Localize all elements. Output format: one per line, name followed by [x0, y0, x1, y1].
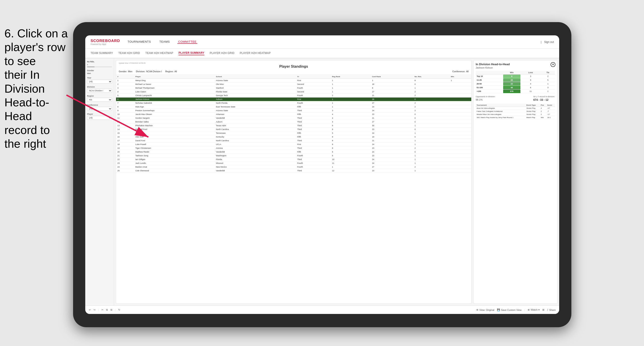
table-row[interactable]: 24 Bastien Amat New Mexico Fourth 1 27 2	[116, 165, 471, 169]
cell-player: Jackson Koivun	[134, 98, 214, 101]
tour-cell-type: Stroke Play	[526, 110, 540, 113]
table-row[interactable]: 23 Jack Lundin Missouri Fourth 11 24 1	[116, 162, 471, 165]
year-select[interactable]: (All)	[87, 80, 112, 84]
layout-button[interactable]: ⊞	[542, 308, 544, 311]
table-row[interactable]: 5 Christo Lamprecht Georgia Tech Fourth …	[116, 94, 471, 98]
h2h-close-button[interactable]: ✕	[550, 62, 556, 67]
conference-select[interactable]: (All)	[87, 107, 112, 111]
table-row[interactable]: 18 Luke Powell UCLA First 8 24 1	[116, 143, 471, 146]
h2h-col-tie: Tie	[541, 71, 555, 74]
cell-conf-rank: 23	[371, 146, 413, 150]
tablet-frame: SCOREBOARD Powered by clippi TOURNAMENTS…	[73, 22, 571, 327]
toolbar-right: 👁 View: Original 💾 Save Custom View | 👁 …	[476, 308, 556, 311]
subnav-player-h2h-heatmap[interactable]: PLAYER H2H HEATMAP	[240, 51, 271, 55]
redo-button[interactable]: ↪	[94, 308, 96, 311]
table-row[interactable]: 14 Maxwell Ford North Carolina Third 8 2…	[116, 128, 471, 131]
table-row[interactable]: 12 Brendan Valles Auburn Third 4 27 0	[116, 120, 471, 124]
cell-win	[450, 105, 471, 109]
table-row[interactable]: 3 Michael Thorbjornsen Stanford Fourth 1…	[116, 86, 471, 90]
cell-conf-rank: 27	[371, 90, 413, 94]
cell-school: UCLA	[214, 143, 296, 146]
year-section: Year (All)	[87, 77, 112, 84]
division-filter-label: Division:	[136, 70, 145, 73]
subnav-player-h2h-grid[interactable]: PLAYER H2H GRID	[210, 51, 234, 55]
cell-reg-rank: 4	[331, 116, 371, 120]
cell-conf-rank: 27	[371, 120, 413, 124]
cell-conf-rank: 24	[371, 158, 413, 162]
table-row[interactable]: 6 Jackson Koivun Auburn First 1 28 0	[116, 98, 471, 101]
cell-win	[450, 165, 471, 169]
table-row[interactable]: 21 Taehoon Song Washington Fourth 6 23 1	[116, 154, 471, 158]
nav-committee[interactable]: COMMITTEE	[178, 40, 198, 44]
cell-no-rds: 0	[413, 82, 450, 86]
panel-header: Update time: 27/03/2024 16:56:26 Player …	[116, 60, 471, 75]
cell-yr: Fifth	[296, 150, 331, 154]
gender-label: Gender	[87, 69, 112, 72]
no-rds-slider[interactable]: 6	[87, 64, 112, 67]
table-row[interactable]: 9 Preston Summerhays Arizona State Third…	[116, 109, 471, 113]
table-row[interactable]: 1 Wenyi Ding Arizona State First 1 1 8 1	[116, 79, 471, 82]
nav-tournaments[interactable]: TOURNAMENTS	[127, 40, 152, 44]
player-select[interactable]: (All)	[87, 116, 112, 120]
watch-button[interactable]: 👁 Watch ▾	[528, 308, 540, 311]
table-row[interactable]: 25 Cole Sherwood Vanderbilt Third 12 23 …	[116, 169, 471, 173]
subnav-team-summary[interactable]: TEAM SUMMARY	[90, 51, 113, 55]
region-filter: Region: All	[166, 70, 177, 73]
tournament-row: SEC Match Play hosted by Jerry Pate Roun…	[476, 116, 555, 119]
cell-player: Luke Powell	[134, 143, 214, 146]
cell-player: Phichaksn Maichon	[134, 124, 214, 128]
cell-win	[450, 131, 471, 135]
share-button[interactable]: ⤴ Share	[547, 309, 556, 311]
refresh-button[interactable]: ↻	[118, 308, 120, 311]
undo-button[interactable]: ↩	[89, 308, 91, 311]
cell-yr: Fifth	[296, 105, 331, 109]
table-row[interactable]: 19 Tiger Christensen Arizona Third 8 23 …	[116, 146, 471, 150]
tour-cell-score: -17	[546, 113, 555, 116]
cell-conf-rank: 8	[371, 86, 413, 90]
cell-reg-rank: 1	[331, 79, 371, 82]
cell-conf-rank: 28	[371, 98, 413, 101]
paste-button[interactable]: ⧉	[110, 308, 112, 311]
cell-yr: Fourth	[296, 154, 331, 158]
col-win: Win	[450, 75, 471, 79]
view-original-button[interactable]: 👁 View: Original	[476, 309, 494, 311]
nav-teams[interactable]: TEAMS	[158, 40, 170, 44]
save-custom-button[interactable]: 💾 Save Custom View	[497, 308, 522, 311]
main-content: No Rds. 6 Gender Men Year	[85, 58, 559, 306]
cell-player: Mats Ege	[134, 105, 214, 109]
cell-conf-rank: 24	[371, 162, 413, 165]
cut-button[interactable]: ✂	[102, 308, 104, 311]
table-row[interactable]: 17 David Ford North Carolina Third 8 21 …	[116, 139, 471, 143]
cell-win	[450, 135, 471, 139]
tournament-row: Amer Ari Intercollegiate Stroke Play 4 -…	[476, 107, 555, 110]
cell-win	[450, 113, 471, 116]
table-row[interactable]: 13 Phichaksn Maichon Texas A&M Third 6 3…	[116, 124, 471, 128]
table-row[interactable]: 2 Michael La Sasso Ole Miss Second 1 18 …	[116, 82, 471, 86]
table-row[interactable]: 22 Ian Gilligan Florida Third 10 24 1	[116, 158, 471, 162]
cell-yr: Third	[296, 120, 331, 124]
cell-conf-rank: 24	[371, 105, 413, 109]
copy-button[interactable]: ⧉	[106, 308, 108, 311]
cell-yr: Third	[296, 128, 331, 131]
table-row[interactable]: 11 Gordon Sargent Vanderbilt Third 4 21 …	[116, 116, 471, 120]
table-row[interactable]: 8 Mats Ege East Tennessee State Fifth 1 …	[116, 105, 471, 109]
table-row[interactable]: 7 Nicholas Gabrelcik North Florida Fourt…	[116, 101, 471, 105]
sign-out-link[interactable]: Sign out	[544, 40, 554, 43]
table-row[interactable]: 4 Luke Claton Florida State Second 1 27 …	[116, 90, 471, 94]
table-row[interactable]: 10 Jacob Mau Olesen Arkansas Fifth 4 23 …	[116, 113, 471, 116]
top-nav: SCOREBOARD Powered by clippi TOURNAMENTS…	[85, 35, 559, 49]
subnav-team-h2h-heatmap[interactable]: TEAM H2H HEATMAP	[145, 51, 173, 55]
cell-num: 9	[116, 109, 134, 113]
cell-reg-rank: 6	[331, 154, 371, 158]
cell-num: 21	[116, 154, 134, 158]
subnav-player-summary[interactable]: PLAYER SUMMARY	[178, 51, 204, 55]
table-row[interactable]: 20 Matthew Riedel Vanderbilt Fifth 6 24 …	[116, 150, 471, 154]
subnav-team-h2h-grid[interactable]: TEAM H2H GRID	[118, 51, 140, 55]
region-select[interactable]: N/a	[87, 98, 112, 102]
table-row[interactable]: 15 Jake Hall Tennessee Fifth 5 24 1	[116, 131, 471, 135]
cell-num: 18	[116, 143, 134, 146]
table-row[interactable]: 16 Alex Goff Kentucky Fifth 8 19 0	[116, 135, 471, 139]
cell-school: Ole Miss	[214, 82, 296, 86]
division-select[interactable]: NCAA Division I	[87, 89, 112, 93]
cell-win	[450, 86, 471, 90]
